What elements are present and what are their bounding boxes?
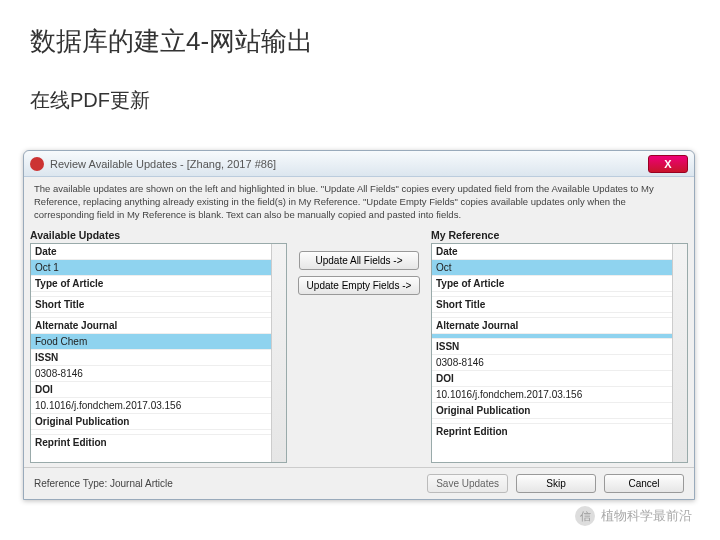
close-button[interactable]: X	[648, 155, 688, 173]
field-date: Date	[31, 244, 286, 259]
value-alternate-journal[interactable]: Food Chem	[31, 333, 286, 349]
available-updates-header: Available Updates	[30, 227, 287, 243]
field-original-publication: Original Publication	[31, 413, 286, 429]
value-doi[interactable]: 10.1016/j.fondchem.2017.03.156	[432, 386, 687, 402]
my-reference-panel: My Reference Date Oct Type of Article Sh…	[431, 227, 688, 463]
titlebar: Review Available Updates - [Zhang, 2017 …	[24, 151, 694, 177]
field-date: Date	[432, 244, 687, 259]
page-title: 数据库的建立4-网站输出	[0, 0, 720, 59]
field-issn: ISSN	[31, 349, 286, 365]
skip-button[interactable]: Skip	[516, 474, 596, 493]
field-reprint-edition: Reprint Edition	[31, 434, 286, 450]
value-doi[interactable]: 10.1016/j.fondchem.2017.03.156	[31, 397, 286, 413]
field-alternate-journal: Alternate Journal	[432, 317, 687, 333]
field-reprint-edition: Reprint Edition	[432, 423, 687, 439]
field-type-of-article: Type of Article	[31, 275, 286, 291]
watermark-text: 植物科学最前沿	[601, 507, 692, 525]
my-reference-list[interactable]: Date Oct Type of Article Short Title Alt…	[431, 243, 688, 463]
my-reference-header: My Reference	[431, 227, 688, 243]
value-date[interactable]: Oct	[432, 259, 687, 275]
page-subtitle: 在线PDF更新	[0, 59, 720, 114]
field-doi: DOI	[31, 381, 286, 397]
center-buttons: Update All Fields -> Update Empty Fields…	[291, 227, 427, 463]
bottom-bar: Reference Type: Journal Article Save Upd…	[24, 467, 694, 499]
value-issn[interactable]: 0308-8146	[31, 365, 286, 381]
value-issn[interactable]: 0308-8146	[432, 354, 687, 370]
field-issn: ISSN	[432, 338, 687, 354]
instructions-text: The available updates are shown on the l…	[24, 177, 694, 227]
wechat-icon: 信	[575, 506, 595, 526]
dialog-title: Review Available Updates - [Zhang, 2017 …	[50, 158, 648, 170]
field-short-title: Short Title	[432, 296, 687, 312]
cancel-button[interactable]: Cancel	[604, 474, 684, 493]
field-alternate-journal: Alternate Journal	[31, 317, 286, 333]
app-icon	[30, 157, 44, 171]
available-updates-panel: Available Updates Date Oct 1 Type of Art…	[30, 227, 287, 463]
available-updates-list[interactable]: Date Oct 1 Type of Article Short Title A…	[30, 243, 287, 463]
field-original-publication: Original Publication	[432, 402, 687, 418]
field-doi: DOI	[432, 370, 687, 386]
field-type-of-article: Type of Article	[432, 275, 687, 291]
update-all-fields-button[interactable]: Update All Fields ->	[299, 251, 419, 270]
dialog-review-updates: Review Available Updates - [Zhang, 2017 …	[23, 150, 695, 500]
update-empty-fields-button[interactable]: Update Empty Fields ->	[298, 276, 421, 295]
watermark: 信 植物科学最前沿	[575, 506, 692, 526]
value-date[interactable]: Oct 1	[31, 259, 286, 275]
save-updates-button[interactable]: Save Updates	[427, 474, 508, 493]
reference-type-label: Reference Type: Journal Article	[34, 478, 419, 489]
field-short-title: Short Title	[31, 296, 286, 312]
